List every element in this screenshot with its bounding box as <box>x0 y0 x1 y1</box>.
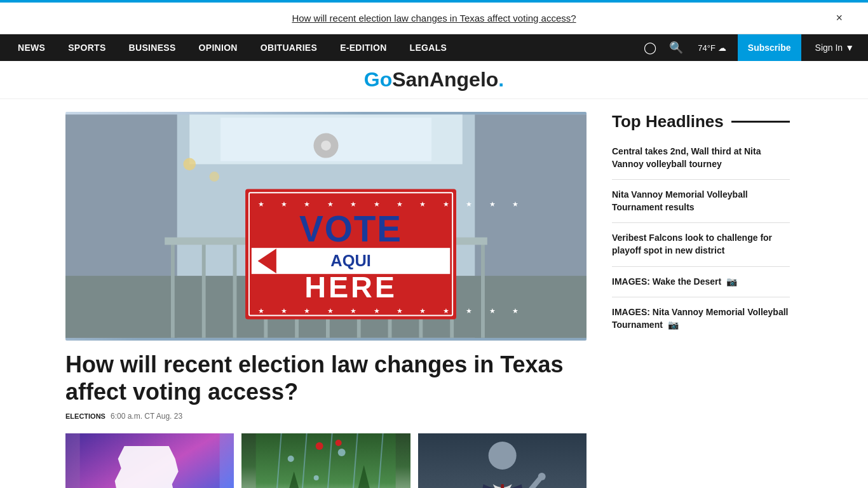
nav-item-sports[interactable]: Sports <box>57 34 117 61</box>
weather-icon: ☁ <box>718 43 726 53</box>
signin-button[interactable]: Sign In ▼ <box>808 43 862 53</box>
svg-point-28 <box>321 140 331 151</box>
logo-section: GoSanAngelo. <box>0 61 868 99</box>
hero-article: How will recent election law changes in … <box>65 351 587 421</box>
breaking-bar-link[interactable]: How will recent election law changes in … <box>292 13 576 24</box>
svg-point-39 <box>288 456 294 462</box>
globe-icon[interactable]: ◯ <box>641 41 660 55</box>
article-card-image-2 <box>418 433 587 488</box>
subscribe-button[interactable]: Subscribe <box>738 34 801 61</box>
svg-point-42 <box>316 442 323 450</box>
center-content: ★ ★ ★ ★ ★ ★ ★ ★ ★ ★ ★ ★ ★ ★ ★ ★ ★ ★ ★ ★ … <box>53 112 599 488</box>
headline-item-text-3: IMAGES: Wake the Desert <box>612 276 721 287</box>
hero-image-inner: ★ ★ ★ ★ ★ ★ ★ ★ ★ ★ ★ ★ ★ ★ ★ ★ ★ ★ ★ ★ … <box>65 112 587 341</box>
logo-rest: SanAngelo <box>392 68 498 91</box>
navbar: News Sports Business Opinion Obituaries … <box>0 34 868 61</box>
site-logo[interactable]: GoSanAngelo. <box>364 68 504 92</box>
svg-marker-32 <box>115 446 179 488</box>
headline-item-3: IMAGES: Wake the Desert 📷 <box>612 267 790 298</box>
svg-point-47 <box>488 442 516 470</box>
nav-item-e-edition[interactable]: E-Edition <box>329 34 398 61</box>
nav-item-obituaries[interactable]: Obituaries <box>249 34 329 61</box>
right-sidebar: Top Headlines Central takes 2nd, Wall th… <box>599 112 803 488</box>
headline-item-0: Central takes 2nd, Wall third at Nita Va… <box>612 137 790 180</box>
logo-go: Go <box>364 68 392 91</box>
headline-item-2: Veribest Falcons look to challenge for p… <box>612 223 790 266</box>
nav-item-legals[interactable]: Legals <box>398 34 459 61</box>
temperature: 74°F <box>698 43 715 53</box>
svg-rect-8 <box>233 239 237 338</box>
headline-item-title-4[interactable]: IMAGES: Nita Vannoy Memorial Volleyball … <box>612 306 790 331</box>
svg-text:AQUI: AQUI <box>330 252 370 269</box>
chevron-down-icon: ▼ <box>845 43 854 53</box>
svg-point-30 <box>209 172 219 182</box>
camera-icon-3: 📷 <box>726 276 737 288</box>
svg-text:★ ★ ★ ★ ★ ★ ★ ★ ★ ★ ★ ★: ★ ★ ★ ★ ★ ★ ★ ★ ★ ★ ★ ★ <box>258 200 526 208</box>
top-headlines-label: Top Headlines <box>612 112 724 132</box>
hero-meta: ELECTIONS 6:00 a.m. CT Aug. 23 <box>65 412 587 421</box>
hero-title[interactable]: How will recent election law changes in … <box>65 351 587 405</box>
hero-image[interactable]: ★ ★ ★ ★ ★ ★ ★ ★ ★ ★ ★ ★ ★ ★ ★ ★ ★ ★ ★ ★ … <box>65 112 587 341</box>
nav-items: News Sports Business Opinion Obituaries … <box>6 34 641 61</box>
svg-rect-33 <box>256 433 396 488</box>
headline-list: Central takes 2nd, Wall third at Nita Va… <box>612 137 790 340</box>
article-card-0[interactable]: Texas 2022 voter rights: What <box>65 433 234 488</box>
headline-item-title-2[interactable]: Veribest Falcons look to challenge for p… <box>612 232 790 257</box>
svg-point-49 <box>538 473 545 480</box>
nav-item-news[interactable]: News <box>6 34 57 61</box>
texas-card-svg <box>65 433 234 488</box>
main-content: ★ ★ ★ ★ ★ ★ ★ ★ ★ ★ ★ ★ ★ ★ ★ ★ ★ ★ ★ ★ … <box>53 99 815 488</box>
svg-rect-16 <box>481 239 485 338</box>
article-card-image-0 <box>65 433 234 488</box>
headline-item-text-4: IMAGES: Nita Vannoy Memorial Volleyball … <box>612 307 788 330</box>
article-card-2[interactable]: Dr. Anthony Fauci to step down <box>418 433 587 488</box>
svg-text:★ ★ ★ ★ ★ ★ ★ ★ ★ ★ ★ ★: ★ ★ ★ ★ ★ ★ ★ ★ ★ ★ ★ ★ <box>258 307 526 315</box>
camera-icon-4: 📷 <box>668 319 679 332</box>
fauci-card-svg <box>418 433 587 488</box>
svg-rect-7 <box>202 239 206 338</box>
hero-time: 6:00 a.m. CT Aug. 23 <box>111 412 182 421</box>
article-card-1[interactable]: Temperatures expected to stay <box>241 433 410 488</box>
headline-item-title-1[interactable]: Nita Vannoy Memorial Volleyball Tourname… <box>612 189 790 214</box>
svg-point-29 <box>183 158 196 171</box>
hero-scene-svg: ★ ★ ★ ★ ★ ★ ★ ★ ★ ★ ★ ★ ★ ★ ★ ★ ★ ★ ★ ★ … <box>65 112 587 341</box>
search-icon[interactable]: 🔍 <box>666 41 686 55</box>
nav-right: ◯ 🔍 74°F ☁ Subscribe Sign In ▼ <box>641 34 862 61</box>
svg-point-41 <box>338 449 346 456</box>
headline-item-4: IMAGES: Nita Vannoy Memorial Volleyball … <box>612 297 790 340</box>
top-headlines-heading: Top Headlines <box>612 112 790 137</box>
svg-text:VOTE: VOTE <box>299 209 402 249</box>
nav-item-opinion[interactable]: Opinion <box>187 34 249 61</box>
breaking-bar: How will recent election law changes in … <box>0 3 868 34</box>
svg-point-40 <box>314 475 319 480</box>
svg-text:HERE: HERE <box>304 271 397 304</box>
signin-label: Sign In <box>815 43 843 53</box>
headline-item-title-0[interactable]: Central takes 2nd, Wall third at Nita Va… <box>612 146 790 170</box>
svg-rect-6 <box>171 239 175 338</box>
svg-point-43 <box>336 440 342 446</box>
article-card-image-1 <box>241 433 410 488</box>
weather-card-svg <box>241 433 410 488</box>
breaking-bar-close[interactable]: × <box>836 11 843 25</box>
article-cards: Texas 2022 voter rights: What <box>65 433 587 488</box>
headline-item-1: Nita Vannoy Memorial Volleyball Tourname… <box>612 180 790 223</box>
logo-dot: . <box>498 68 504 91</box>
weather-display: 74°F ☁ <box>693 43 731 53</box>
nav-item-business[interactable]: Business <box>118 34 187 61</box>
hero-category: ELECTIONS <box>65 412 105 420</box>
headline-item-title-3[interactable]: IMAGES: Wake the Desert 📷 <box>612 276 790 288</box>
